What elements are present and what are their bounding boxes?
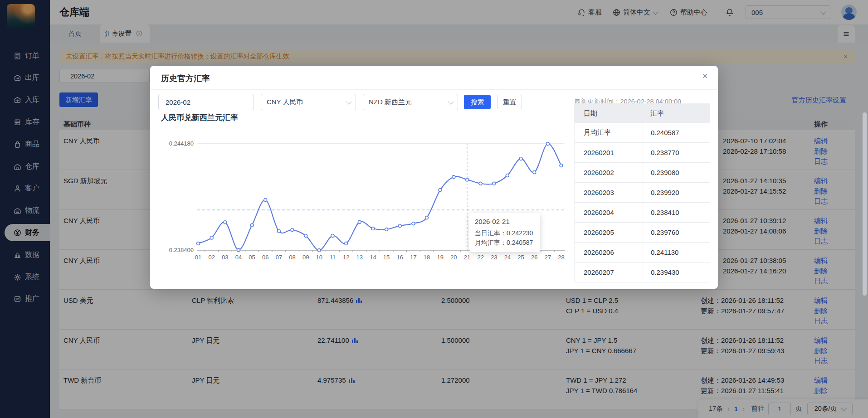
tooltip-date: 2026-02-21: [475, 218, 535, 225]
chart-title: 人民币兑新西兰元汇率: [161, 112, 238, 123]
svg-text:03: 03: [222, 254, 228, 261]
date-cell: 月均汇率: [575, 128, 643, 137]
exchange-rate-line-chart[interactable]: 0.2441800.238400010203040506070809101112…: [154, 134, 580, 274]
svg-text:12: 12: [343, 254, 349, 261]
rate-cell: 0.241130: [643, 243, 710, 262]
target-currency-value: NZD 新西兰元: [369, 98, 412, 107]
svg-text:02: 02: [208, 254, 215, 261]
daily-rate-row: 202602040.238410: [575, 203, 710, 223]
modal-month-value: 2026-02: [166, 98, 190, 106]
date-cell: 20260201: [575, 149, 643, 156]
svg-text:22: 22: [477, 254, 483, 261]
rate-cell: 0.238770: [643, 143, 710, 162]
date-cell: 20260205: [575, 228, 643, 236]
col-date: 日期: [575, 109, 643, 118]
rate-cell: 0.238410: [643, 203, 710, 222]
date-cell: 20260202: [575, 169, 643, 176]
svg-text:13: 13: [356, 254, 363, 261]
svg-text:04: 04: [235, 254, 242, 261]
svg-text:21: 21: [464, 254, 470, 261]
svg-text:20: 20: [450, 254, 457, 261]
chart-tooltip: 2026-02-21 当日汇率：0.242230 月均汇率：0.240587: [469, 213, 540, 252]
date-cell: 20260203: [575, 189, 643, 196]
divider: [150, 89, 718, 90]
svg-text:15: 15: [383, 254, 390, 261]
svg-text:06: 06: [262, 254, 268, 261]
rate-cell: 0.239920: [643, 183, 710, 202]
date-cell: 20260206: [575, 248, 643, 256]
rate-cell: 0.239080: [643, 163, 710, 182]
daily-rate-row: 月均汇率0.240587: [575, 123, 710, 143]
svg-text:09: 09: [302, 254, 309, 261]
daily-rate-row: 202602050.239760: [575, 223, 710, 243]
svg-text:24: 24: [504, 254, 511, 261]
svg-text:0.238400: 0.238400: [169, 247, 194, 253]
date-cell: 20260204: [575, 209, 643, 216]
search-button[interactable]: 搜索: [464, 95, 491, 109]
daily-rate-row: 202602030.239920: [575, 183, 710, 203]
svg-text:16: 16: [397, 254, 403, 261]
base-currency-select[interactable]: CNY 人民币: [261, 94, 356, 110]
modal-title: 历史官方汇率: [161, 73, 210, 84]
rate-cell: 0.240587: [643, 123, 710, 142]
svg-text:18: 18: [424, 254, 430, 261]
daily-rate-row: 202602070.239430: [575, 262, 710, 282]
svg-text:08: 08: [289, 254, 295, 261]
reset-button[interactable]: 重置: [497, 95, 522, 109]
tooltip-day-rate: 当日汇率：0.242230: [475, 228, 535, 238]
daily-rate-row: 202602010.238770: [575, 143, 710, 163]
scrollbar-thumb[interactable]: [863, 112, 867, 296]
rate-cell: 0.239760: [643, 223, 710, 242]
svg-text:25: 25: [517, 254, 524, 261]
daily-rate-table-header: 日期 汇率: [575, 104, 710, 123]
svg-text:23: 23: [491, 254, 497, 261]
base-currency-value: CNY 人民币: [267, 98, 303, 107]
daily-rate-table: 日期 汇率 月均汇率0.240587202602010.238770202602…: [574, 103, 710, 282]
chevron-down-icon: [346, 98, 352, 104]
chevron-down-icon: [448, 98, 454, 104]
history-rate-modal: 历史官方汇率 × 2026-02 CNY 人民币 NZD 新西兰元 搜索 重置 …: [150, 66, 718, 289]
target-currency-select[interactable]: NZD 新西兰元: [363, 94, 458, 110]
svg-text:27: 27: [545, 254, 551, 261]
daily-rate-row: 202602020.239080: [575, 163, 710, 183]
col-rate: 汇率: [643, 109, 664, 118]
svg-text:14: 14: [370, 254, 376, 261]
svg-text:11: 11: [330, 254, 336, 261]
svg-text:10: 10: [316, 254, 322, 261]
svg-text:07: 07: [276, 254, 282, 261]
svg-text:0.244180: 0.244180: [169, 140, 194, 147]
date-cell: 20260207: [575, 268, 643, 276]
svg-text:01: 01: [195, 254, 201, 261]
svg-text:26: 26: [531, 254, 537, 261]
modal-close-icon[interactable]: ×: [702, 71, 708, 81]
daily-rate-row: 202602060.241130: [575, 243, 710, 262]
tooltip-month-rate: 月均汇率：0.240587: [475, 238, 535, 248]
rate-cell: 0.239430: [643, 262, 710, 282]
svg-text:17: 17: [410, 254, 416, 261]
svg-text:19: 19: [437, 254, 443, 261]
svg-text:05: 05: [249, 254, 255, 261]
modal-month-input[interactable]: 2026-02: [158, 94, 254, 110]
svg-text:28: 28: [558, 254, 564, 261]
